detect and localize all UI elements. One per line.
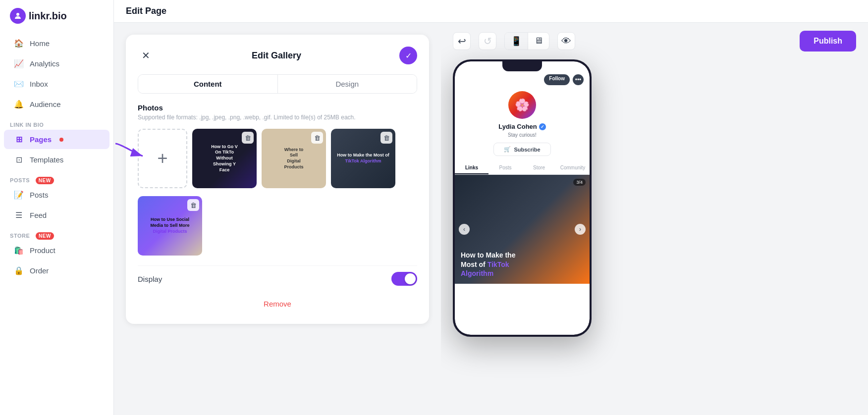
sidebar-item-order[interactable]: 🔒 Order xyxy=(4,261,109,280)
gallery-nav-right[interactable]: › xyxy=(575,224,586,235)
gallery-nav-left[interactable]: ‹ xyxy=(459,224,470,235)
phone-avatar: 🌸 xyxy=(508,91,536,119)
link-in-bio-nav: ⊞ Pages ⊡ Templates xyxy=(0,130,113,169)
display-row: Display xyxy=(138,265,417,292)
phone-notch xyxy=(502,61,542,71)
posts-label-item: Posts xyxy=(30,191,49,199)
delete-photo-2-button[interactable]: 🗑 xyxy=(311,132,323,144)
posts-section-label: Posts New xyxy=(0,169,113,185)
tab-design[interactable]: Design xyxy=(278,75,417,93)
preview-panel: ↩ ↺ 📱 🖥 👁 Publish xyxy=(441,23,868,415)
publish-button[interactable]: Publish xyxy=(800,31,856,52)
order-icon: 🔒 xyxy=(14,266,24,275)
device-toggle-group: 📱 🖥 xyxy=(504,32,549,50)
sidebar-item-posts[interactable]: 📝 Posts xyxy=(4,185,109,205)
delete-photo-3-button[interactable]: 🗑 xyxy=(380,132,392,144)
sidebar-item-feed[interactable]: ☰ Feed xyxy=(4,206,109,225)
edit-panel: ✕ Edit Gallery ✓ Content Design Photos S… xyxy=(114,23,441,415)
toggle-knob xyxy=(405,273,416,284)
main-content: Edit Page ✕ Edit Gallery ✓ Content Desig… xyxy=(114,0,868,415)
link-in-bio-section-label: Link in Bio xyxy=(0,114,113,130)
sidebar-item-templates[interactable]: ⊡ Templates xyxy=(4,150,109,169)
phone-gallery: 3/4 ‹ › How to Make the Most of TikTok A… xyxy=(455,175,590,284)
preview-button[interactable]: 👁 xyxy=(557,32,575,50)
tab-content[interactable]: Content xyxy=(138,75,278,93)
subscribe-icon: 🛒 xyxy=(504,146,511,153)
desktop-icon: 🖥 xyxy=(534,36,543,46)
phone-bio: Stay curious! xyxy=(455,132,590,138)
gallery-algorithm: Algorithm xyxy=(461,269,493,277)
sidebar-item-analytics[interactable]: 📈 Analytics xyxy=(4,54,109,73)
phone-tab-links[interactable]: Links xyxy=(455,162,488,174)
display-label: Display xyxy=(138,275,162,283)
store-nav: 🛍️ Product 🔒 Order xyxy=(0,241,113,280)
modal-header: ✕ Edit Gallery ✓ xyxy=(138,47,417,64)
sidebar-item-home[interactable]: 🏠 Home xyxy=(4,34,109,53)
modal-card: ✕ Edit Gallery ✓ Content Design Photos S… xyxy=(126,35,429,324)
pages-label: Pages xyxy=(30,135,52,144)
topbar: Edit Page xyxy=(114,0,868,23)
sidebar-item-inbox[interactable]: ✉️ Inbox xyxy=(4,74,109,94)
photos-label: Photos xyxy=(138,104,417,112)
audience-icon: 🔔 xyxy=(14,100,24,109)
phone-tab-community[interactable]: Community xyxy=(556,162,590,174)
photo-grid-row2: 🗑 How to Use SocialMedia to Sell MoreDig… xyxy=(138,196,417,256)
delete-photo-4-button[interactable]: 🗑 xyxy=(187,199,199,211)
redo-icon: ↺ xyxy=(484,35,492,47)
sidebar-item-audience[interactable]: 🔔 Audience xyxy=(4,95,109,114)
photo-grid-row1: + 🗑 How to Go VOn TikToWithoutShowing YF… xyxy=(138,129,417,188)
templates-label: Templates xyxy=(30,156,63,164)
phone-more-button[interactable]: ••• xyxy=(573,74,584,85)
desktop-device-button[interactable]: 🖥 xyxy=(528,33,549,50)
feed-label: Feed xyxy=(30,211,47,219)
undo-button[interactable]: ↩ xyxy=(453,32,471,50)
feed-icon: ☰ xyxy=(14,210,24,220)
analytics-icon: 📈 xyxy=(14,59,24,68)
phone-tab-store[interactable]: Store xyxy=(522,162,556,174)
phone-screen: Follow ••• 🌸 Lydia Cohen ✓ Stay curious! xyxy=(455,61,590,335)
add-photo-button[interactable]: + xyxy=(138,129,187,188)
content-area: ✕ Edit Gallery ✓ Content Design Photos S… xyxy=(114,23,868,415)
phone-follow-button[interactable]: Follow xyxy=(544,74,570,85)
phone-tabs: Links Posts Store Community xyxy=(455,162,590,175)
display-toggle[interactable] xyxy=(391,272,417,286)
posts-nav: 📝 Posts ☰ Feed xyxy=(0,185,113,225)
remove-button[interactable]: Remove xyxy=(138,292,417,312)
photo-thumb-3: 🗑 How to Make the Most of TikTok Algorit… xyxy=(331,129,395,188)
store-new-badge: New xyxy=(36,232,54,240)
phone-header: Follow ••• xyxy=(455,71,590,88)
sidebar-item-pages[interactable]: ⊞ Pages xyxy=(4,130,109,149)
inbox-icon: ✉️ xyxy=(14,79,24,89)
mobile-device-button[interactable]: 📱 xyxy=(505,33,528,50)
svg-point-0 xyxy=(16,13,19,16)
close-button[interactable]: ✕ xyxy=(138,48,154,63)
photo-thumb-2: 🗑 Where toSellDigitalProducts xyxy=(262,129,326,188)
page-title: Edit Page xyxy=(126,6,166,16)
logo[interactable]: linkr.bio xyxy=(0,8,113,34)
tab-bar: Content Design xyxy=(138,74,417,94)
sidebar: linkr.bio 🏠 Home 📈 Analytics ✉️ Inbox 🔔 … xyxy=(0,0,114,415)
logo-text: linkr.bio xyxy=(29,10,67,22)
confirm-button[interactable]: ✓ xyxy=(399,47,417,64)
posts-icon: 📝 xyxy=(14,190,24,200)
home-icon: 🏠 xyxy=(14,39,24,48)
phone-subscribe-button[interactable]: 🛒 Subscribe xyxy=(493,143,550,156)
inbox-label: Inbox xyxy=(30,80,48,88)
delete-photo-1-button[interactable]: 🗑 xyxy=(242,132,254,144)
pages-icon: ⊞ xyxy=(14,135,24,144)
photo-thumb-1: 🗑 How to Go VOn TikToWithoutShowing YFac… xyxy=(192,129,257,188)
sidebar-item-product[interactable]: 🛍️ Product xyxy=(4,241,109,260)
gallery-counter: 3/4 xyxy=(573,179,586,186)
plus-icon: + xyxy=(157,148,167,169)
photos-hint: Supported file formats: .jpg, .jpeg, .pn… xyxy=(138,114,417,121)
posts-new-badge: New xyxy=(36,177,54,184)
redo-button[interactable]: ↺ xyxy=(479,32,496,50)
modal-title: Edit Gallery xyxy=(154,51,399,61)
templates-icon: ⊡ xyxy=(14,155,24,164)
home-label: Home xyxy=(30,39,50,48)
undo-icon: ↩ xyxy=(458,35,466,47)
gallery-text: How to Make the Most of TikTok Algorithm xyxy=(461,251,515,278)
phone-username: Lydia Cohen ✓ xyxy=(455,123,590,130)
verified-badge: ✓ xyxy=(539,123,546,130)
phone-tab-posts[interactable]: Posts xyxy=(488,162,522,174)
